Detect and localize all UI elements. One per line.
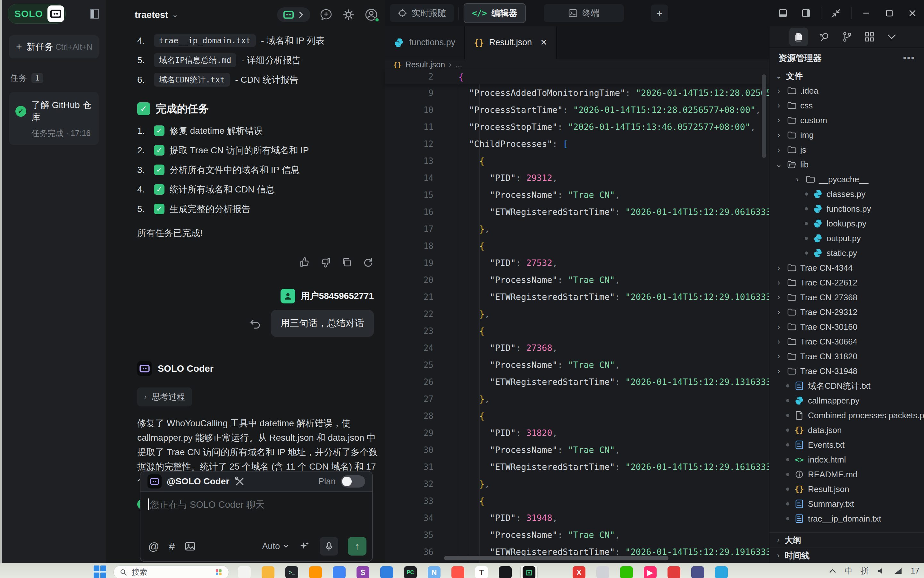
taskbar-app-screen[interactable]	[497, 565, 514, 578]
start-button[interactable]	[94, 565, 107, 578]
tree-item[interactable]: 域名CDN统计.txt	[770, 378, 924, 393]
solo-mode-button[interactable]	[277, 7, 310, 22]
tree-item[interactable]: ›Trae CN-30160	[770, 320, 924, 334]
thumb-up-icon[interactable]	[299, 257, 310, 268]
taskbar-app-telegram[interactable]	[713, 565, 730, 578]
taskbar-app-swirl[interactable]	[666, 565, 682, 578]
extensions-icon[interactable]	[864, 31, 875, 43]
taskbar-search[interactable]: 搜索	[113, 565, 229, 578]
explorer-more-icon[interactable]: •••	[903, 53, 915, 63]
taskbar-app-chrome[interactable]	[331, 565, 347, 578]
tree-item[interactable]: ›Trae CN-27368	[770, 290, 924, 305]
taskbar-app-notepad[interactable]	[236, 565, 253, 578]
chat-input[interactable]: 您正在与 SOLO Coder 聊天	[140, 492, 372, 534]
taskbar-app-opera[interactable]	[449, 565, 466, 578]
horizontal-scrollbar[interactable]	[444, 556, 668, 560]
code-line[interactable]: 18 {	[385, 237, 769, 254]
editor-tab-result-json[interactable]: {} Result.json ✕	[465, 26, 557, 59]
enhance-sparkle-icon[interactable]	[298, 541, 310, 552]
panel-right-icon[interactable]	[794, 3, 817, 23]
taskbar-app-folder[interactable]	[260, 565, 276, 578]
taskbar-app-typora[interactable]: T	[473, 565, 490, 578]
taskbar-app-edge[interactable]	[378, 565, 395, 578]
task-card[interactable]: ✓ 了解 GitHub 仓库 任务完成 · 17:16	[9, 92, 99, 145]
image-attach-icon[interactable]	[184, 541, 196, 552]
inline-code-chip[interactable]: 域名IP信息总结.md	[154, 53, 236, 67]
retry-undo-icon[interactable]	[249, 317, 261, 330]
code-line[interactable]: 20 "ProcessName": "Trae CN",	[385, 271, 769, 288]
tree-section-files[interactable]: ⌄文件	[770, 69, 924, 83]
tree-item[interactable]: lookups.py	[770, 216, 924, 231]
code-line[interactable]: 32 },	[385, 475, 769, 492]
taskbar-app-firefox[interactable]	[307, 565, 324, 578]
taskbar-app-terminal[interactable]: >_	[284, 565, 300, 578]
tree-item[interactable]: ›__pycache__	[770, 172, 924, 187]
tree-item[interactable]: classes.py	[770, 187, 924, 201]
tree-item[interactable]: ⌄lib	[770, 157, 924, 172]
code-line[interactable]: 15 "ProcessName": "Trae CN",	[385, 186, 769, 203]
code-line[interactable]: 13 {	[385, 153, 769, 169]
code-line[interactable]: 19 "PID": 27532,	[385, 254, 769, 271]
tree-item[interactable]: {}data.json	[770, 423, 924, 437]
tree-item[interactable]: ›Trae CN-22612	[770, 275, 924, 290]
taskbar-app-badge[interactable]: $	[355, 565, 371, 578]
sidebar-collapse-icon[interactable]	[91, 9, 99, 19]
code-line[interactable]: 24 "PID": 27368,	[385, 339, 769, 356]
tree-item[interactable]: ›custom	[770, 113, 924, 128]
ime-lang-indicator[interactable]: 中	[845, 565, 853, 576]
code-line[interactable]: 12 "ChildProcesses": [	[385, 135, 769, 153]
clock-partial[interactable]: 17	[911, 566, 919, 575]
inline-code-chip[interactable]: 域名CDN统计.txt	[154, 73, 230, 87]
code-line[interactable]: 9 "ProcessAddedToMonitoringTime": "2026-…	[385, 84, 769, 101]
account-button[interactable]	[364, 8, 378, 22]
tree-item[interactable]: ›Trae CN-31820	[770, 349, 924, 364]
vertical-scrollbar[interactable]	[762, 75, 766, 158]
tree-item[interactable]: Events.txt	[770, 437, 924, 452]
tree-item[interactable]: README.md	[770, 467, 924, 482]
tree-item[interactable]: static.py	[770, 246, 924, 260]
ime-mode-indicator[interactable]: 拼	[861, 565, 869, 576]
conversation-title[interactable]: traetest⌄	[135, 10, 178, 20]
code-line[interactable]: 22 },	[385, 305, 769, 322]
taskbar-app-x[interactable]: X	[571, 565, 587, 578]
thumb-down-icon[interactable]	[320, 257, 332, 268]
tree-item[interactable]: ›Trae CN-30664	[770, 334, 924, 349]
voice-mic-button[interactable]	[319, 537, 338, 555]
taskbar-app-wechat[interactable]	[618, 565, 635, 578]
window-close-button[interactable]	[901, 3, 924, 23]
send-button[interactable]: ↑	[348, 537, 366, 555]
chevron-down-icon[interactable]	[886, 34, 897, 40]
window-maximize-button[interactable]	[878, 3, 901, 23]
search-icon[interactable]	[819, 31, 830, 43]
agent-mention[interactable]: @SOLO Coder	[167, 476, 229, 487]
tree-item[interactable]: Combined processes packets.pcap	[770, 408, 924, 423]
explorer-files-icon[interactable]	[789, 28, 808, 46]
new-chat-button[interactable]	[319, 8, 333, 21]
new-task-button[interactable]: + 新任务 Ctrl+Alt+N	[9, 35, 99, 58]
tree-item[interactable]: functions.py	[770, 201, 924, 216]
tree-item[interactable]: ›img	[770, 128, 924, 143]
code-line[interactable]: 2{	[385, 68, 464, 85]
tree-item[interactable]: <>index.html	[770, 452, 924, 467]
code-line[interactable]: 11 "ProcessStopTime": "2026-01-14T15:13:…	[385, 119, 769, 135]
thinking-process-toggle[interactable]: › 思考过程	[137, 388, 192, 406]
window-minimize-button[interactable]	[855, 3, 878, 23]
code-line[interactable]: 31 "ETWRegisteredStartTime": "2026-01-14…	[385, 458, 769, 475]
code-line[interactable]: 16 "ETWRegisteredStartTime": "2026-01-14…	[385, 203, 769, 220]
code-line[interactable]: 23 {	[385, 322, 769, 339]
code-viewport[interactable]: 9 "ProcessAddedToMonitoringTime": "2026-…	[385, 84, 769, 563]
collapse-window-icon[interactable]	[825, 3, 848, 23]
tree-item[interactable]: ›Trae CN-4344	[770, 260, 924, 275]
taskbar-app-play[interactable]: ▶	[642, 565, 658, 578]
mention-at-icon[interactable]: @	[148, 540, 159, 553]
editor-tab-functions[interactable]: functions.py	[385, 26, 465, 59]
code-line[interactable]: 14 "PID": 29312,	[385, 169, 769, 186]
copy-icon[interactable]	[341, 257, 353, 268]
outline-section[interactable]: › 大纲	[770, 532, 924, 547]
code-line[interactable]: 30 "ProcessName": "Trae CN",	[385, 442, 769, 458]
code-line[interactable]: 35 "ProcessName": "Trae CN",	[385, 526, 769, 543]
plan-toggle[interactable]	[341, 475, 365, 487]
code-line[interactable]: 27 },	[385, 390, 769, 408]
regenerate-icon[interactable]	[362, 257, 374, 268]
taskbar-app-trae[interactable]: ⊡	[521, 565, 537, 578]
